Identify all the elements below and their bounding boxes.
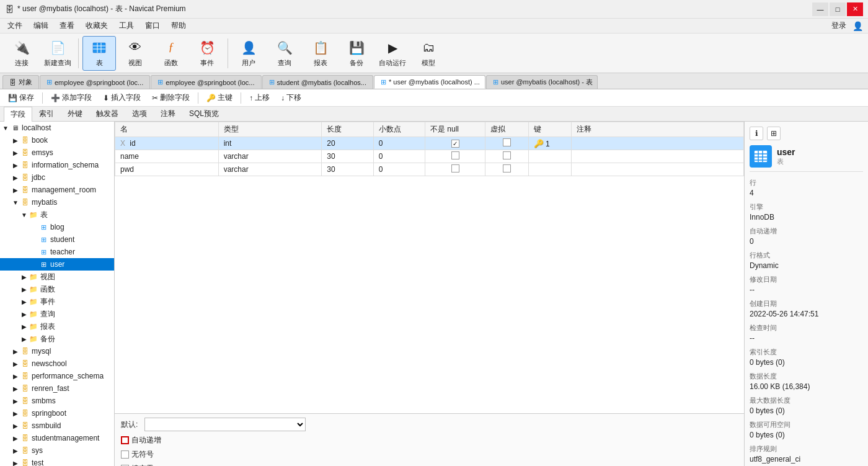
notnull-checkbox-id[interactable]	[451, 140, 459, 148]
expand-mybatis[interactable]: ▼	[11, 198, 20, 207]
move-down-button[interactable]: ↓ 下移	[277, 91, 306, 105]
virtual-checkbox-pwd[interactable]	[503, 164, 511, 173]
expand-studentmanagement[interactable]: ▶	[11, 434, 20, 442]
ftab-fk[interactable]: 外键	[61, 106, 89, 122]
default-select[interactable]	[144, 418, 306, 431]
tab-user-active[interactable]: ⊞ * user @mybatis (localhost) ...	[374, 75, 485, 89]
expand-emsys[interactable]: ▶	[11, 148, 20, 157]
toolbar-event[interactable]: ⏰ 事件	[190, 36, 224, 71]
sidebar-item-table-folder[interactable]: ▼ 📁 表	[0, 208, 114, 221]
menu-tools[interactable]: 工具	[114, 19, 139, 32]
sidebar-item-performance-schema[interactable]: ▶ 🗄 performance_schema	[0, 370, 114, 382]
sidebar-item-functions-folder[interactable]: ▶ 📁 函数	[0, 283, 114, 295]
minimize-button[interactable]: —	[812, 2, 828, 16]
expand-smbms[interactable]: ▶	[11, 397, 20, 405]
sidebar-item-queries-folder[interactable]: ▶ 📁 查询	[0, 308, 114, 320]
cell-pwd-notnull[interactable]	[425, 163, 485, 176]
fillzero-checkbox-label[interactable]: 填充零	[121, 464, 154, 466]
expand-test[interactable]: ▶	[11, 459, 20, 466]
expand-mysql[interactable]: ▶	[11, 347, 20, 356]
table-row[interactable]: X id int 20 0 🔑	[115, 137, 744, 150]
table-row[interactable]: name varchar 30 0	[115, 150, 744, 163]
rp-view-button[interactable]: ⊞	[767, 127, 781, 140]
expand-backup[interactable]: ▶	[20, 334, 29, 343]
cell-id-virtual[interactable]	[485, 137, 528, 150]
sidebar-item-renren-fast[interactable]: ▶ 🗄 renren_fast	[0, 382, 114, 395]
expand-sys[interactable]: ▶	[11, 446, 20, 455]
sidebar-item-user[interactable]: ▶ ⊞ user	[0, 258, 114, 271]
sidebar-item-teacher[interactable]: ▶ ⊞ teacher	[0, 246, 114, 258]
unsigned-checkbox-label[interactable]: 无符号	[121, 449, 154, 460]
sidebar-item-information-schema[interactable]: ▶ 🗄 information_schema	[0, 159, 114, 171]
close-button[interactable]: ✕	[847, 2, 863, 16]
tab-user-design[interactable]: ⊞ user @mybatis (localhost) - 表	[486, 75, 598, 89]
toolbar-backup[interactable]: 💾 备份	[340, 36, 373, 71]
toolbar-table[interactable]: 表	[82, 36, 116, 71]
virtual-checkbox-id[interactable]	[503, 138, 511, 146]
delete-field-button[interactable]: ✂ 删除字段	[148, 91, 194, 105]
toolbar-function[interactable]: ƒ 函数	[154, 36, 188, 71]
cell-name-notnull[interactable]	[425, 150, 485, 163]
tab-object[interactable]: 🗄 对象	[2, 75, 39, 89]
expand-performance-schema[interactable]: ▶	[11, 372, 20, 380]
ftab-index[interactable]: 索引	[32, 106, 61, 122]
ftab-field[interactable]: 字段	[4, 107, 32, 122]
sidebar-item-newschool[interactable]: ▶ 🗄 newschool	[0, 357, 114, 370]
sidebar-item-book[interactable]: ▶ 🗄 book	[0, 134, 114, 146]
expand-springboot[interactable]: ▶	[11, 409, 20, 418]
expand-renren-fast[interactable]: ▶	[11, 384, 20, 393]
menu-view[interactable]: 查看	[55, 19, 79, 32]
sidebar-item-events-folder[interactable]: ▶ 📁 事件	[0, 295, 114, 308]
sidebar-item-views-folder[interactable]: ▶ 📁 视图	[0, 271, 114, 283]
menu-help[interactable]: 帮助	[166, 19, 191, 32]
maximize-button[interactable]: □	[830, 2, 846, 16]
insert-field-button[interactable]: ⬇ 插入字段	[99, 91, 145, 105]
sidebar-item-ssmbuild[interactable]: ▶ 🗄 ssmbuild	[0, 419, 114, 432]
cell-name-virtual[interactable]	[485, 150, 528, 163]
sidebar-item-emsys[interactable]: ▶ 🗄 emsys	[0, 146, 114, 159]
expand-table-folder[interactable]: ▼	[20, 210, 29, 219]
expand-jdbc[interactable]: ▶	[11, 173, 20, 182]
table-row[interactable]: pwd varchar 30 0	[115, 163, 744, 176]
data-table-wrapper[interactable]: 名 类型 长度 小数点 不是 null 虚拟 键 注释 X id	[115, 122, 744, 413]
sidebar-item-management-room[interactable]: ▶ 🗄 management_room	[0, 184, 114, 196]
toolbar-user[interactable]: 👤 用户	[232, 36, 265, 71]
expand-ssmbuild[interactable]: ▶	[11, 421, 20, 430]
ftab-trigger[interactable]: 触发器	[89, 106, 125, 122]
notnull-checkbox-name[interactable]	[451, 151, 459, 159]
expand-views[interactable]: ▶	[20, 272, 29, 281]
expand-localhost[interactable]: ▼	[1, 123, 10, 132]
expand-functions[interactable]: ▶	[20, 285, 29, 293]
sidebar-item-backup-folder[interactable]: ▶ 📁 备份	[0, 333, 114, 345]
sidebar-item-springboot[interactable]: ▶ 🗄 springboot	[0, 407, 114, 419]
login-button[interactable]: 登录	[826, 19, 851, 32]
menu-edit[interactable]: 编辑	[29, 19, 53, 32]
expand-newschool[interactable]: ▶	[11, 359, 20, 368]
virtual-checkbox-name[interactable]	[503, 151, 511, 159]
toolbar-newquery[interactable]: 📄 新建查询	[41, 36, 74, 71]
auto-increment-checkbox[interactable]	[121, 436, 129, 444]
tab-employee2[interactable]: ⊞ employee @springboot (loc...	[151, 75, 261, 89]
sidebar-item-jdbc[interactable]: ▶ 🗄 jdbc	[0, 171, 114, 184]
toolbar-autorun[interactable]: ▶ 自动运行	[376, 36, 409, 71]
toolbar-model[interactable]: 🗂 模型	[412, 36, 445, 71]
save-button[interactable]: 💾 保存	[4, 91, 38, 105]
sidebar-item-test[interactable]: ▶ 🗄 test	[0, 457, 114, 466]
toolbar-query[interactable]: 🔍 查询	[268, 36, 301, 71]
sidebar-item-studentmanagement[interactable]: ▶ 🗄 studentmanagement	[0, 432, 114, 444]
sidebar-item-smbms[interactable]: ▶ 🗄 smbms	[0, 395, 114, 407]
sidebar-item-localhost[interactable]: ▼ 🖥 localhost	[0, 122, 114, 134]
primary-key-button[interactable]: 🔑 主键	[202, 91, 237, 105]
sidebar-item-blog[interactable]: ▶ ⊞ blog	[0, 221, 114, 233]
auto-increment-checkbox-label[interactable]: 自动递增	[121, 435, 161, 446]
tab-student[interactable]: ⊞ student @mybatis (localhos...	[262, 75, 373, 89]
sidebar-item-mybatis[interactable]: ▼ 🗄 mybatis	[0, 196, 114, 208]
menu-favorites[interactable]: 收藏夹	[81, 19, 113, 32]
toolbar-report[interactable]: 📋 报表	[304, 36, 337, 71]
expand-information-schema[interactable]: ▶	[11, 161, 20, 169]
menu-file[interactable]: 文件	[2, 19, 27, 32]
expand-queries[interactable]: ▶	[20, 310, 29, 318]
ftab-sql[interactable]: SQL预览	[182, 106, 226, 122]
rp-info-button[interactable]: ℹ	[750, 127, 763, 140]
sidebar-item-reports-folder[interactable]: ▶ 📁 报表	[0, 320, 114, 333]
